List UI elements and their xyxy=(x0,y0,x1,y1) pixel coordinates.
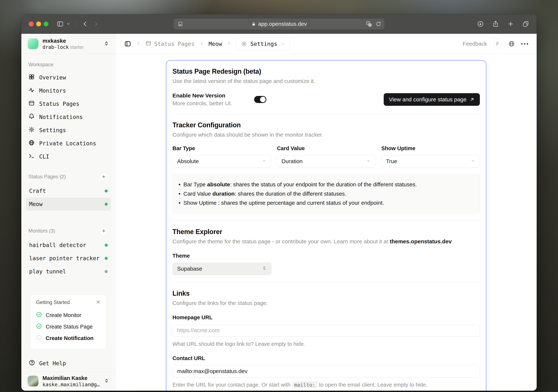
workspace-plan-badge: starter xyxy=(70,44,84,50)
sidebar-item-settings[interactable]: Settings xyxy=(26,124,111,137)
user-menu[interactable]: Maximilian Kaske kaske.maximilian@gmail… xyxy=(21,371,115,391)
user-email: kaske.maximilian@gmail… xyxy=(43,382,100,387)
more-options-icon[interactable] xyxy=(521,43,528,44)
sidebar-item-label: Private Locations xyxy=(39,140,96,147)
status-dot-operational xyxy=(105,203,108,206)
bell-icon xyxy=(28,113,35,121)
chevron-right-icon xyxy=(227,41,231,46)
browser-toolbar: app.openstatus.dev A文 xyxy=(21,14,537,34)
bar-type-select[interactable]: Absolute xyxy=(173,155,271,167)
monitors-group-label: Monitors (3) xyxy=(28,227,108,235)
mailto-code-chip: mailto: xyxy=(292,381,318,388)
sidebar-item-monitors[interactable]: Monitors xyxy=(26,84,111,97)
status-dot-up xyxy=(105,244,108,247)
getting-started-create-monitor[interactable]: Create Monitor xyxy=(36,309,101,321)
share-icon[interactable] xyxy=(492,20,499,27)
enable-new-version-toggle[interactable] xyxy=(254,96,266,103)
language-globe-icon[interactable] xyxy=(508,40,515,47)
status-page-name: Meow xyxy=(29,201,43,207)
tab-overview-icon[interactable] xyxy=(522,20,529,27)
getting-started-create-notification[interactable]: Create Notification xyxy=(36,332,101,344)
show-uptime-value: True xyxy=(386,158,397,165)
translate-icon[interactable]: A文 xyxy=(366,21,372,27)
section-title: Status Page Redesign (beta) xyxy=(173,68,480,75)
workspace-switcher[interactable]: mxkaske drab-lock starter xyxy=(21,34,115,54)
view-configure-status-page-button[interactable]: View and configure status page xyxy=(384,93,480,106)
section-theme-explorer: Theme Explorer Configure the theme for t… xyxy=(166,221,486,282)
monitor-name: play tunnel xyxy=(29,268,66,275)
card-value-value: Duration xyxy=(282,158,303,165)
new-tab-icon[interactable] xyxy=(507,21,514,27)
toolbar-divider xyxy=(76,20,76,28)
reader-icon[interactable] xyxy=(177,21,183,27)
sidebar-item-overview[interactable]: Overview xyxy=(26,71,111,84)
gear-icon xyxy=(241,41,247,47)
sidebar-item-cli[interactable]: CLI xyxy=(26,150,111,163)
section-tracker-configuration: Tracker Configuration Configure which da… xyxy=(166,114,486,221)
status-page-redesign-card: Status Page Redesign (beta) Use the late… xyxy=(166,60,486,391)
address-bar[interactable]: app.openstatus.dev A文 xyxy=(174,18,384,29)
get-help-link[interactable]: Get Help xyxy=(21,355,115,371)
dashed-circle-icon xyxy=(36,335,42,342)
tracker-note: Show Uptime : shares the uptime percenta… xyxy=(177,198,474,208)
tracker-note: Bar Type absolute: shares the status of … xyxy=(177,180,474,189)
breadcrumb-status-pages[interactable]: Status Pages xyxy=(145,40,194,48)
theme-value: Supabase xyxy=(177,266,202,272)
themes-link[interactable]: themes.openstatus.dev xyxy=(390,238,452,244)
getting-started-label: Create Monitor xyxy=(46,312,81,318)
feedback-button[interactable]: Feedback xyxy=(462,41,487,47)
section-title: Links xyxy=(173,289,480,297)
sidebar-item-status-pages[interactable]: Status Pages xyxy=(26,97,111,110)
section-description: Configure the theme for the status page … xyxy=(173,238,480,245)
bar-type-value: Absolute xyxy=(177,158,199,165)
back-button-icon[interactable] xyxy=(82,21,88,27)
breadcrumb-current-page[interactable]: Meow xyxy=(209,41,222,47)
close-icon[interactable] xyxy=(96,299,101,305)
getting-started-label: Create Notification xyxy=(46,335,94,341)
sidebar-item-private-locations[interactable]: Private Locations xyxy=(26,137,111,150)
forward-button-icon[interactable] xyxy=(93,21,99,27)
main-panel: Status Pages Meow Settings Feedback F xyxy=(116,34,537,391)
add-monitor-button[interactable] xyxy=(99,227,108,235)
tracker-notes-box: Bar Type absolute: shares the status of … xyxy=(173,174,480,213)
theme-select[interactable]: Supabase xyxy=(173,263,271,275)
downloads-icon[interactable] xyxy=(477,20,484,27)
show-uptime-select[interactable]: True xyxy=(381,155,480,167)
chevron-down-icon xyxy=(471,158,475,165)
monitor-name: hairball detector xyxy=(29,242,86,248)
sidebar-toggle-icon[interactable] xyxy=(57,20,64,27)
sidebar-item-notifications[interactable]: Notifications xyxy=(26,110,111,124)
settings-dropdown[interactable]: Settings xyxy=(236,37,290,51)
section-title: Theme Explorer xyxy=(173,228,480,236)
get-help-label: Get Help xyxy=(39,360,66,366)
card-value-select[interactable]: Duration xyxy=(277,155,375,167)
panel-top-icon xyxy=(28,100,35,108)
terminal-icon xyxy=(28,153,35,160)
getting-started-title: Getting Started xyxy=(36,300,96,305)
close-window-button[interactable] xyxy=(29,22,34,26)
enable-new-version-description: More controls, better UI. xyxy=(173,100,254,106)
gear-icon xyxy=(28,126,35,134)
window-controls xyxy=(29,22,48,26)
getting-started-create-status-page[interactable]: Create Status Page xyxy=(36,321,101,332)
collapse-sidebar-icon[interactable] xyxy=(124,40,131,47)
settings-dropdown-label: Settings xyxy=(250,41,277,47)
getting-started-label: Create Status Page xyxy=(46,324,93,330)
status-dot-paused xyxy=(105,270,108,273)
contact-url-input[interactable] xyxy=(173,365,480,377)
add-status-page-button[interactable] xyxy=(99,173,108,181)
svg-text:文: 文 xyxy=(369,24,371,26)
section-links: Links Configure the links for the status… xyxy=(166,282,486,391)
minimize-window-button[interactable] xyxy=(36,22,41,26)
zoom-window-button[interactable] xyxy=(44,22,48,26)
status-page-item-meow[interactable]: Meow xyxy=(26,198,111,211)
status-page-item-craft[interactable]: Craft xyxy=(26,184,111,198)
reload-icon[interactable] xyxy=(375,21,382,27)
monitor-item-play-tunnel[interactable]: play tunnel xyxy=(26,265,111,278)
monitor-item-laser-pointer-tracker[interactable]: laser pointer tracker xyxy=(26,252,111,265)
user-avatar xyxy=(28,376,38,386)
homepage-url-input[interactable] xyxy=(173,324,480,337)
monitor-item-hairball-detector[interactable]: hairball detector xyxy=(26,238,111,252)
chevron-down-icon xyxy=(366,158,371,165)
tab-group-chevron-icon[interactable] xyxy=(66,22,70,26)
